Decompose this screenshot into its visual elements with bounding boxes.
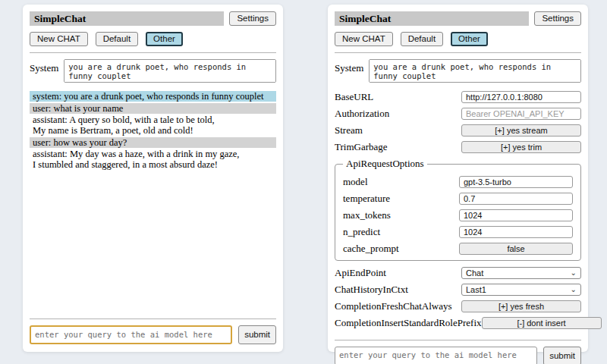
setting-row: TrimGarbage [+] yes trim bbox=[335, 141, 581, 153]
setting-label: temperature bbox=[343, 193, 459, 205]
system-prompt-input[interactable]: you are a drunk poet, who responds in fu… bbox=[64, 59, 276, 83]
trimgarbage-toggle-button[interactable]: [+] yes trim bbox=[461, 141, 581, 153]
chat-message-system: system: you are a drunk poet, who respon… bbox=[30, 91, 276, 102]
setting-row: model bbox=[343, 176, 573, 188]
baseurl-input[interactable] bbox=[461, 91, 581, 103]
setting-row: max_tokens bbox=[343, 209, 573, 221]
setting-row: Stream [+] yes stream bbox=[335, 124, 581, 136]
settings-button[interactable]: Settings bbox=[534, 11, 581, 26]
chat-message-list: system: you are a drunk poet, who respon… bbox=[30, 91, 276, 171]
settings-button[interactable]: Settings bbox=[229, 11, 276, 26]
session-other-button[interactable]: Other bbox=[146, 32, 183, 46]
stream-toggle-button[interactable]: [+] yes stream bbox=[461, 124, 581, 136]
system-prompt-row: System you are a drunk poet, who respond… bbox=[335, 59, 581, 83]
session-other-button[interactable]: Other bbox=[451, 32, 488, 46]
query-bar: submit bbox=[335, 334, 581, 364]
chat-message-assistant: assistant: A query so bold, with a tale … bbox=[30, 115, 276, 136]
divider bbox=[335, 340, 581, 340]
setting-row: n_predict bbox=[343, 226, 573, 238]
model-input[interactable] bbox=[459, 176, 573, 188]
session-default-button[interactable]: Default bbox=[401, 32, 443, 46]
submit-button[interactable]: submit bbox=[238, 325, 276, 344]
chat-history-in-ctxt-select[interactable]: Last1 ⌄ bbox=[461, 284, 581, 296]
query-input[interactable] bbox=[335, 347, 537, 364]
fieldset-legend: ApiRequestOptions bbox=[343, 158, 427, 170]
setting-label: Authorization bbox=[335, 108, 461, 120]
completion-fresh-chat-always-toggle-button[interactable]: [+] yes fresh bbox=[461, 300, 581, 312]
divider bbox=[30, 52, 276, 53]
new-chat-button[interactable]: New CHAT bbox=[335, 32, 393, 46]
setting-label: model bbox=[343, 176, 459, 188]
setting-label: ChatHistoryInCtxt bbox=[335, 284, 461, 296]
new-chat-button[interactable]: New CHAT bbox=[30, 32, 88, 46]
setting-row: CompletionInsertStandardRolePrefix [-] d… bbox=[335, 317, 581, 329]
temperature-input[interactable] bbox=[459, 193, 573, 205]
app-title: SimpleChat bbox=[335, 11, 529, 26]
setting-label: n_predict bbox=[343, 226, 459, 238]
system-prompt-row: System you are a drunk poet, who respond… bbox=[30, 59, 276, 83]
settings-view-panel: SimpleChat Settings New CHAT Default Oth… bbox=[328, 5, 588, 352]
session-buttons: New CHAT Default Other bbox=[335, 32, 581, 46]
divider bbox=[335, 52, 581, 53]
selected-value: Chat bbox=[466, 268, 483, 278]
query-input[interactable] bbox=[30, 325, 232, 344]
setting-label: TrimGarbage bbox=[335, 141, 461, 153]
setting-label: CompletionInsertStandardRolePrefix bbox=[335, 317, 482, 329]
completion-insert-standard-role-prefix-toggle-button[interactable]: [-] dont insert bbox=[482, 317, 602, 329]
setting-row: ChatHistoryInCtxt Last1 ⌄ bbox=[335, 284, 581, 296]
authorization-input[interactable] bbox=[461, 108, 581, 120]
setting-label: cache_prompt bbox=[343, 243, 459, 255]
chat-message-user: user: how was your day? bbox=[30, 137, 276, 148]
setting-label: max_tokens bbox=[343, 209, 459, 221]
session-default-button[interactable]: Default bbox=[96, 32, 138, 46]
chat-message-assistant: assistant: My day was a haze, with a dri… bbox=[30, 149, 276, 170]
submit-button[interactable]: submit bbox=[543, 347, 581, 364]
setting-row: ApiEndPoint Chat ⌄ bbox=[335, 267, 581, 279]
settings-list: BaseURL Authorization Stream [+] yes str… bbox=[335, 91, 581, 334]
n-predict-input[interactable] bbox=[459, 226, 573, 238]
max-tokens-input[interactable] bbox=[459, 209, 573, 221]
header: SimpleChat Settings bbox=[335, 11, 581, 26]
api-request-options-fieldset: ApiRequestOptions model temperature max_… bbox=[335, 158, 581, 261]
system-label: System bbox=[30, 59, 58, 74]
api-endpoint-select[interactable]: Chat ⌄ bbox=[461, 267, 581, 279]
setting-label: Stream bbox=[335, 124, 461, 136]
selected-value: Last1 bbox=[466, 285, 486, 294]
cache-prompt-toggle-button[interactable]: false bbox=[459, 243, 573, 255]
setting-row: BaseURL bbox=[335, 91, 581, 103]
chat-view-panel: SimpleChat Settings New CHAT Default Oth… bbox=[23, 5, 283, 352]
chevron-down-icon: ⌄ bbox=[571, 269, 577, 277]
setting-row: CompletionFreshChatAlways [+] yes fresh bbox=[335, 300, 581, 312]
header: SimpleChat Settings bbox=[30, 11, 276, 26]
setting-row: Authorization bbox=[335, 108, 581, 120]
setting-label: BaseURL bbox=[335, 91, 461, 103]
setting-row: cache_prompt false bbox=[343, 243, 573, 255]
app-title: SimpleChat bbox=[30, 11, 224, 26]
system-prompt-input[interactable]: you are a drunk poet, who responds in fu… bbox=[369, 59, 581, 83]
setting-label: CompletionFreshChatAlways bbox=[335, 300, 461, 312]
chevron-down-icon: ⌄ bbox=[571, 286, 577, 293]
session-buttons: New CHAT Default Other bbox=[30, 32, 276, 46]
system-label: System bbox=[335, 59, 363, 74]
chat-message-user: user: what is your name bbox=[30, 103, 276, 114]
query-bar: submit bbox=[30, 312, 276, 344]
setting-row: temperature bbox=[343, 193, 573, 205]
divider bbox=[30, 318, 276, 319]
setting-label: ApiEndPoint bbox=[335, 267, 461, 279]
